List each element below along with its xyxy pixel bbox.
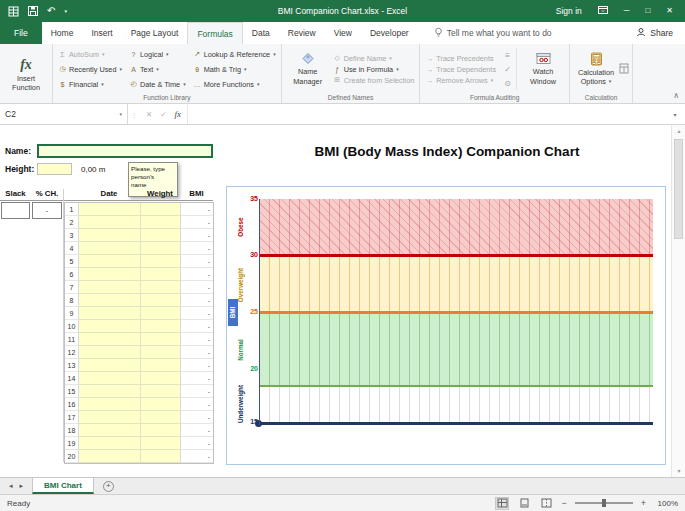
row-number-cell[interactable]: 6	[65, 268, 79, 281]
cancel-icon[interactable]: ✕	[146, 110, 152, 119]
weight-cell[interactable]	[141, 294, 181, 307]
weight-cell[interactable]	[141, 307, 181, 320]
page-layout-view-button[interactable]	[517, 497, 531, 510]
bmi-cell[interactable]: -	[181, 255, 213, 268]
tab-home[interactable]: Home	[42, 22, 83, 44]
date-cell[interactable]	[79, 398, 141, 411]
collapse-ribbon-icon[interactable]: ∧	[673, 92, 679, 100]
calculation-options-button[interactable]: Calculation Options ▾	[573, 45, 619, 93]
date-cell[interactable]	[79, 281, 141, 294]
slack-cell[interactable]	[1, 202, 30, 219]
minimize-button[interactable]: ─	[624, 7, 630, 15]
weight-cell[interactable]	[141, 437, 181, 450]
tab-review[interactable]: Review	[279, 22, 325, 44]
bmi-cell[interactable]: -	[181, 372, 213, 385]
zoom-level[interactable]: 100%	[654, 499, 678, 508]
bmi-cell[interactable]: -	[181, 307, 213, 320]
zoom-slider[interactable]	[575, 502, 633, 504]
bmi-cell[interactable]: -	[181, 411, 213, 424]
expand-formula-bar-icon[interactable]: ▾	[665, 104, 685, 124]
enter-icon[interactable]: ✓	[160, 110, 166, 119]
normal-view-button[interactable]	[495, 497, 509, 510]
date-cell[interactable]	[79, 242, 141, 255]
scroll-down-icon[interactable]: ▾	[672, 465, 685, 477]
tab-page-layout[interactable]: Page Layout	[122, 22, 188, 44]
bmi-cell[interactable]: -	[181, 242, 213, 255]
bmi-cell[interactable]: -	[181, 216, 213, 229]
tab-view[interactable]: View	[325, 22, 361, 44]
ribbon-financial[interactable]: $Financial▾	[56, 77, 124, 92]
weight-cell[interactable]	[141, 268, 181, 281]
weight-cell[interactable]	[141, 372, 181, 385]
date-cell[interactable]	[79, 450, 141, 463]
row-number-cell[interactable]: 5	[65, 255, 79, 268]
date-cell[interactable]	[79, 359, 141, 372]
row-number-cell[interactable]: 10	[65, 320, 79, 333]
bmi-cell[interactable]: -	[181, 294, 213, 307]
date-cell[interactable]	[79, 437, 141, 450]
row-number-cell[interactable]: 18	[65, 424, 79, 437]
bmi-cell[interactable]: -	[181, 268, 213, 281]
ribbon-date-time[interactable]: ◴Date & Time▾	[127, 77, 188, 92]
row-number-cell[interactable]: 7	[65, 281, 79, 294]
worksheet[interactable]: Name: Height: 0,00 m Please, type person…	[0, 125, 685, 477]
scrollbar-thumb[interactable]	[674, 139, 683, 239]
date-cell[interactable]	[79, 229, 141, 242]
row-number-cell[interactable]: 1	[65, 203, 79, 216]
ribbon-create-from-selection[interactable]: ⊞Create from Selection	[331, 76, 417, 85]
insert-function-icon[interactable]: fx	[175, 109, 182, 119]
row-number-cell[interactable]: 17	[65, 411, 79, 424]
date-cell[interactable]	[79, 385, 141, 398]
ribbon-math-trig[interactable]: θMath & Trig▾	[191, 62, 278, 77]
row-number-cell[interactable]: 11	[65, 333, 79, 346]
row-number-cell[interactable]: 2	[65, 216, 79, 229]
weight-cell[interactable]	[141, 411, 181, 424]
row-number-cell[interactable]: 16	[65, 398, 79, 411]
ribbon-lookup-reference[interactable]: ↗Lookup & Reference▾	[191, 47, 278, 62]
insert-function-button[interactable]: fx Insert Function	[3, 45, 49, 103]
zoom-in-button[interactable]: +	[641, 498, 646, 508]
weight-cell[interactable]	[141, 281, 181, 294]
weight-cell[interactable]	[141, 398, 181, 411]
date-cell[interactable]	[79, 411, 141, 424]
bmi-cell[interactable]: -	[181, 450, 213, 463]
row-number-cell[interactable]: 15	[65, 385, 79, 398]
bmi-cell[interactable]: -	[181, 359, 213, 372]
customize-qat-chevron-icon[interactable]: ▾	[64, 8, 67, 14]
y-axis-title[interactable]: BMI	[228, 299, 238, 326]
share-button[interactable]: Share	[636, 22, 685, 44]
row-number-cell[interactable]: 20	[65, 450, 79, 463]
ribbon-more-functions[interactable]: …More Functions▾	[191, 77, 278, 92]
chart-title[interactable]: BMI (Body Mass Index) Companion Chart	[226, 144, 668, 159]
formula-input[interactable]	[188, 104, 665, 124]
date-cell[interactable]	[79, 216, 141, 229]
date-cell[interactable]	[79, 307, 141, 320]
save-icon[interactable]	[28, 6, 38, 16]
row-number-cell[interactable]: 12	[65, 346, 79, 359]
bmi-cell[interactable]: -	[181, 320, 213, 333]
bmi-chart[interactable]: 35 30 25 20 15 Obese Overweight Normal U…	[226, 186, 666, 465]
date-cell[interactable]	[79, 268, 141, 281]
formula-bar-splitter[interactable]: ⋮	[128, 104, 140, 124]
date-cell[interactable]	[79, 333, 141, 346]
tab-developer[interactable]: Developer	[361, 22, 418, 44]
tab-formulas[interactable]: Formulas	[187, 22, 242, 44]
vertical-scrollbar[interactable]: ▴ ▾	[671, 125, 685, 477]
bmi-cell[interactable]: -	[181, 437, 213, 450]
maximize-button[interactable]: □	[645, 7, 650, 15]
row-number-cell[interactable]: 14	[65, 372, 79, 385]
bmi-cell[interactable]: -	[181, 281, 213, 294]
ribbon-trace-precedents[interactable]: →Trace Precedents	[423, 54, 498, 63]
bmi-cell[interactable]: -	[181, 229, 213, 242]
zoom-out-button[interactable]: −	[561, 498, 566, 508]
weight-cell[interactable]	[141, 216, 181, 229]
page-break-view-button[interactable]	[539, 497, 553, 510]
show-formulas-icon[interactable]: ≡	[502, 50, 513, 61]
new-sheet-button[interactable]: +	[103, 481, 114, 492]
close-button[interactable]: ✕	[666, 7, 673, 15]
zoom-slider-thumb[interactable]	[602, 499, 606, 507]
date-cell[interactable]	[79, 424, 141, 437]
weight-cell[interactable]	[141, 242, 181, 255]
ribbon-display-options-icon[interactable]	[598, 5, 608, 17]
weight-cell[interactable]	[141, 385, 181, 398]
